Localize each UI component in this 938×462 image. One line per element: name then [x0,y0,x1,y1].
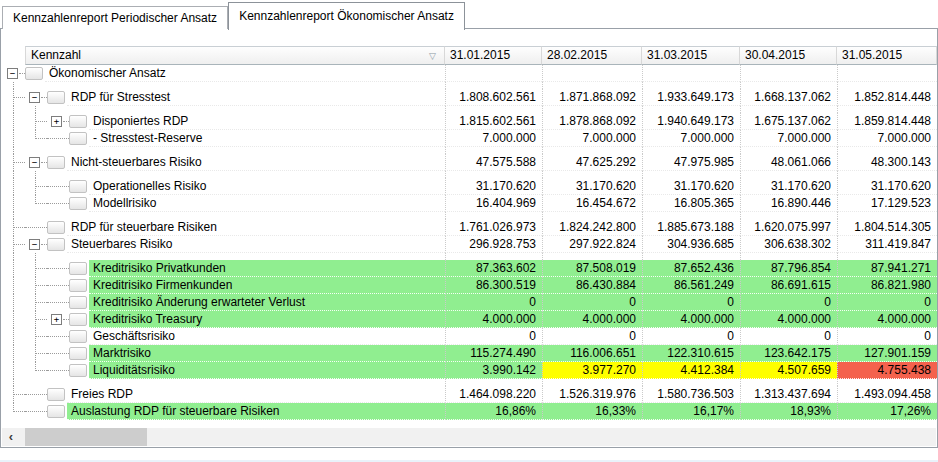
value-cell[interactable]: 3.977.270 [542,362,642,379]
value-cell[interactable]: 1.824.242.800 [542,219,642,236]
row-label[interactable]: Kreditrisiko Treasury [89,311,445,328]
value-cell[interactable]: 16,33% [542,403,642,420]
row-label[interactable]: Kreditrisiko Firmenkunden [89,277,445,294]
value-cell[interactable]: 7.000.000 [445,130,542,147]
value-cell[interactable]: 31.170.620 [837,178,937,195]
value-cell[interactable]: 0 [837,328,937,345]
row-label[interactable]: Liquiditätsrisiko [89,362,445,379]
value-cell[interactable]: 86.561.249 [642,277,740,294]
row-label[interactable]: Geschäftsrisiko [89,328,445,345]
value-cell[interactable]: 87.363.602 [445,260,542,277]
value-cell[interactable]: 31.170.620 [740,178,837,195]
value-cell[interactable]: 1.885.673.188 [642,219,740,236]
value-cell[interactable]: 4.755.438 [837,362,937,379]
value-cell[interactable] [542,65,642,82]
value-cell[interactable]: 122.310.615 [642,345,740,362]
value-cell[interactable]: 1.464.098.220 [445,386,542,403]
value-cell[interactable]: 1.878.868.092 [542,113,642,130]
value-cell[interactable]: 16,86% [445,403,542,420]
value-cell[interactable]: 48.300.143 [837,154,937,171]
column-header-date[interactable]: 30.04.2015 [740,46,837,65]
column-header-date[interactable]: 31.03.2015 [642,46,740,65]
value-cell[interactable]: 17.129.523 [837,195,937,212]
value-cell[interactable]: 0 [740,294,837,311]
value-cell[interactable]: 4.000.000 [837,311,937,328]
value-cell[interactable]: 47.625.292 [542,154,642,171]
value-cell[interactable]: 0 [445,294,542,311]
value-cell[interactable]: 16.805.365 [642,195,740,212]
value-cell[interactable]: 1.933.649.173 [642,89,740,106]
value-cell[interactable]: 1.493.094.458 [837,386,937,403]
sort-filter-icon[interactable]: ▽ [429,49,436,63]
value-cell[interactable]: 4.412.384 [642,362,740,379]
collapse-expander-icon[interactable]: − [29,157,40,168]
value-cell[interactable]: 7.000.000 [740,130,837,147]
value-cell[interactable]: 1.668.137.062 [740,89,837,106]
value-cell[interactable]: 116.006.651 [542,345,642,362]
value-cell[interactable]: 31.170.620 [642,178,740,195]
horizontal-scrollbar[interactable]: ‹ [2,428,936,446]
row-label[interactable]: Ökonomischer Ansatz [45,65,445,82]
scrollbar-left-arrow-icon[interactable]: ‹ [2,428,20,446]
value-cell[interactable]: 86.821.980 [837,277,937,294]
value-cell[interactable] [740,65,837,82]
value-cell[interactable]: 31.170.620 [445,178,542,195]
value-cell[interactable]: 1.761.026.973 [445,219,542,236]
tab-kennzahlenreport-periodischer-ansatz[interactable]: Kennzahlenreport Periodischer Ansatz [2,6,228,29]
collapse-expander-icon[interactable]: − [7,68,18,79]
column-header-date[interactable]: 31.01.2015 [445,46,542,65]
value-cell[interactable]: 87.652.436 [642,260,740,277]
value-cell[interactable]: 48.061.066 [740,154,837,171]
row-label[interactable]: Disponiertes RDP [89,113,445,130]
row-label[interactable]: Marktrisiko [89,345,445,362]
value-cell[interactable]: 0 [445,328,542,345]
value-cell[interactable]: 4.000.000 [445,311,542,328]
expand-expander-icon[interactable]: + [51,116,62,127]
value-cell[interactable]: 18,93% [740,403,837,420]
row-label[interactable]: - Stresstest-Reserve [89,130,445,147]
value-cell[interactable]: 86.300.519 [445,277,542,294]
row-label[interactable]: Modellrisiko [89,195,445,212]
row-label[interactable]: Operationelles Risiko [89,178,445,195]
row-label[interactable]: Nicht-steuerbares Risiko [67,154,445,171]
expand-expander-icon[interactable]: + [51,314,62,325]
row-label[interactable]: RDP für Stresstest [67,89,445,106]
value-cell[interactable]: 311.419.847 [837,236,937,253]
row-label[interactable]: Kreditrisiko Privatkunden [89,260,445,277]
collapse-expander-icon[interactable]: − [29,239,40,250]
row-label[interactable]: Auslastung RDP für steuerbare Risiken [67,403,445,420]
value-cell[interactable]: 0 [740,328,837,345]
value-cell[interactable]: 127.901.159 [837,345,937,362]
row-label[interactable]: RDP für steuerbare Risiken [67,219,445,236]
value-cell[interactable]: 1.580.736.503 [642,386,740,403]
value-cell[interactable]: 47.975.985 [642,154,740,171]
value-cell[interactable]: 0 [542,294,642,311]
row-label[interactable]: Steuerbares Risiko [67,236,445,253]
value-cell[interactable]: 115.274.490 [445,345,542,362]
value-cell[interactable]: 4.507.659 [740,362,837,379]
value-cell[interactable]: 123.642.175 [740,345,837,362]
row-label[interactable]: Freies RDP [67,386,445,403]
value-cell[interactable]: 0 [837,294,937,311]
row-label[interactable]: Kreditrisiko Änderung erwarteter Verlust [89,294,445,311]
value-cell[interactable]: 1.620.075.997 [740,219,837,236]
collapse-expander-icon[interactable]: − [29,92,40,103]
value-cell[interactable]: 1.852.814.448 [837,89,937,106]
value-cell[interactable]: 1.675.137.062 [740,113,837,130]
value-cell[interactable]: 16.454.672 [542,195,642,212]
value-cell[interactable]: 47.575.588 [445,154,542,171]
value-cell[interactable]: 7.000.000 [642,130,740,147]
value-cell[interactable]: 86.430.884 [542,277,642,294]
value-cell[interactable]: 296.928.753 [445,236,542,253]
value-cell[interactable]: 87.508.019 [542,260,642,277]
value-cell[interactable]: 297.922.824 [542,236,642,253]
value-cell[interactable]: 0 [642,294,740,311]
value-cell[interactable]: 4.000.000 [740,311,837,328]
value-cell[interactable]: 0 [642,328,740,345]
value-cell[interactable]: 1.804.514.305 [837,219,937,236]
value-cell[interactable]: 16.890.446 [740,195,837,212]
value-cell[interactable]: 1.526.319.976 [542,386,642,403]
tab-kennzahlenreport-oekonomischer-ansatz[interactable]: Kennzahlenreport Ökonomischer Ansatz [228,2,465,30]
value-cell[interactable]: 4.000.000 [542,311,642,328]
value-cell[interactable]: 306.638.302 [740,236,837,253]
